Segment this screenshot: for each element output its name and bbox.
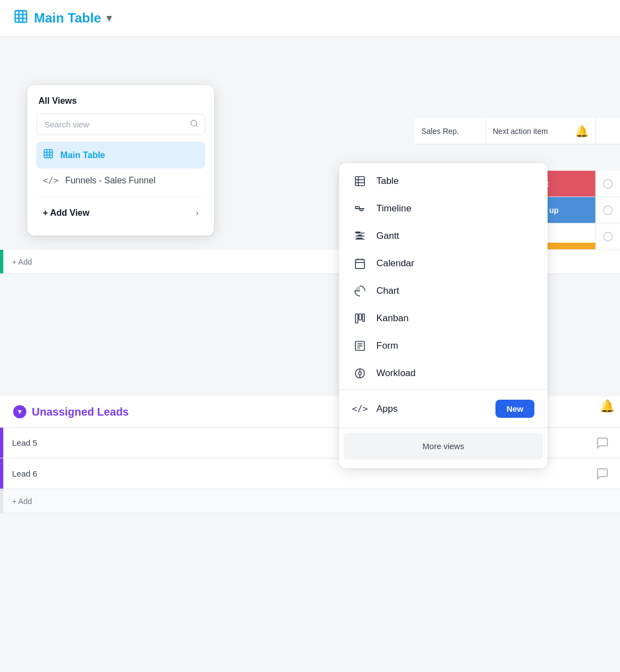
svg-point-7 bbox=[191, 120, 197, 126]
add-view-panel: Table Timeline Gantt Calendar bbox=[339, 163, 548, 468]
svg-rect-14 bbox=[356, 177, 365, 186]
calendar-type-icon bbox=[352, 257, 368, 270]
view-type-chart[interactable]: Chart bbox=[339, 277, 548, 305]
search-input[interactable] bbox=[36, 114, 205, 135]
view-type-label: Timeline bbox=[376, 203, 412, 214]
add-row-unassigned[interactable]: + Add bbox=[0, 489, 620, 513]
checkbox-circle[interactable] bbox=[603, 205, 613, 215]
view-type-calendar[interactable]: Calendar bbox=[339, 250, 548, 277]
svg-line-8 bbox=[196, 125, 198, 127]
svg-rect-24 bbox=[356, 232, 360, 233]
panel-divider-2 bbox=[339, 428, 548, 428]
table-view-icon bbox=[43, 148, 54, 162]
unassigned-title: Unassigned Leads bbox=[32, 406, 129, 418]
svg-rect-19 bbox=[356, 206, 359, 209]
new-badge[interactable]: New bbox=[495, 400, 534, 418]
search-icon bbox=[190, 119, 199, 130]
row-checkbox-2[interactable] bbox=[596, 197, 620, 223]
panel-divider bbox=[339, 389, 548, 390]
add-view-row[interactable]: + Add View › bbox=[36, 201, 205, 225]
main-table-title[interactable]: Main Table ▾ bbox=[13, 9, 111, 27]
sales-rep-label: Sales Rep. bbox=[421, 127, 459, 136]
chat-icon[interactable] bbox=[594, 465, 611, 483]
bell-icon: 🔔 bbox=[575, 125, 589, 138]
add-row-label[interactable]: + Add bbox=[3, 257, 41, 266]
timeline-type-icon bbox=[352, 203, 368, 215]
next-action-label: Next action item bbox=[493, 127, 548, 136]
svg-rect-9 bbox=[44, 150, 53, 158]
view-type-workload[interactable]: Workload bbox=[339, 360, 548, 387]
svg-rect-0 bbox=[15, 11, 27, 23]
apps-label: Apps bbox=[376, 404, 398, 415]
view-type-gantt[interactable]: Gantt bbox=[339, 222, 548, 250]
svg-rect-32 bbox=[359, 314, 362, 320]
view-type-label: Kanban bbox=[376, 313, 409, 324]
column-headers: Sales Rep. Next action item 🔔 bbox=[415, 118, 620, 144]
view-type-label: Gantt bbox=[376, 231, 399, 242]
svg-rect-20 bbox=[360, 209, 363, 211]
svg-rect-27 bbox=[356, 260, 365, 269]
collapse-icon[interactable]: ▼ bbox=[13, 405, 26, 418]
apps-code-icon: </> bbox=[352, 404, 368, 414]
chevron-down-icon[interactable]: ▾ bbox=[106, 12, 111, 24]
table-icon bbox=[13, 9, 29, 27]
row-checkbox-1[interactable] bbox=[596, 171, 620, 197]
view-type-label: Chart bbox=[376, 285, 399, 296]
panel-title: All Views bbox=[36, 96, 205, 106]
svg-rect-31 bbox=[356, 314, 358, 323]
view-type-label: Workload bbox=[376, 368, 416, 379]
apps-left[interactable]: </> Apps bbox=[352, 404, 398, 415]
view-type-label: Table bbox=[376, 176, 399, 187]
gantt-type-icon bbox=[352, 230, 368, 242]
more-views-button[interactable]: More views bbox=[343, 433, 543, 460]
chat-icon[interactable] bbox=[594, 434, 611, 452]
view-type-table[interactable]: Table bbox=[339, 167, 548, 195]
view-type-kanban[interactable]: Kanban bbox=[339, 305, 548, 332]
table-type-icon bbox=[352, 175, 368, 187]
row-checkbox-3[interactable] bbox=[596, 223, 620, 249]
add-label[interactable]: + Add bbox=[3, 497, 41, 506]
workload-type-icon bbox=[352, 367, 368, 379]
code-view-icon: </> bbox=[43, 175, 59, 186]
bell-icon-lower: 🔔 bbox=[600, 399, 615, 413]
checkbox-circle[interactable] bbox=[603, 232, 613, 242]
next-action-column: Next action item 🔔 bbox=[486, 118, 596, 144]
view-type-timeline[interactable]: Timeline bbox=[339, 195, 548, 222]
form-type-icon bbox=[352, 340, 368, 352]
view-type-label: Calendar bbox=[376, 258, 414, 269]
apps-row: </> Apps New bbox=[339, 392, 548, 425]
view-label-main-table: Main Table bbox=[60, 150, 105, 160]
view-item-funnels[interactable]: </> Funnels - Sales Funnel bbox=[36, 169, 205, 192]
add-view-chevron-icon: › bbox=[196, 208, 199, 218]
checkbox-circle[interactable] bbox=[603, 179, 613, 189]
svg-rect-33 bbox=[363, 314, 365, 322]
all-views-panel: All Views Main Table </> Funnels - Sales… bbox=[27, 85, 214, 236]
top-bar: Main Table ▾ bbox=[0, 0, 620, 37]
view-type-form[interactable]: Form bbox=[339, 332, 548, 360]
view-item-main-table[interactable]: Main Table bbox=[36, 142, 205, 169]
view-type-label: Form bbox=[376, 340, 398, 351]
main-area: Sales Rep. Next action item 🔔 Lost bbox=[0, 37, 620, 672]
svg-point-39 bbox=[358, 372, 362, 375]
svg-rect-26 bbox=[357, 238, 363, 239]
svg-rect-25 bbox=[358, 234, 362, 236]
view-label-funnels: Funnels - Sales Funnel bbox=[65, 176, 156, 186]
sales-rep-column: Sales Rep. bbox=[415, 118, 486, 144]
chart-type-icon bbox=[352, 285, 368, 297]
title-text: Main Table bbox=[34, 10, 101, 26]
divider bbox=[36, 197, 205, 197]
search-box bbox=[36, 114, 205, 135]
add-view-label[interactable]: + Add View bbox=[43, 208, 89, 218]
lead-name: Lead 6 bbox=[3, 469, 594, 478]
kanban-type-icon bbox=[352, 312, 368, 324]
